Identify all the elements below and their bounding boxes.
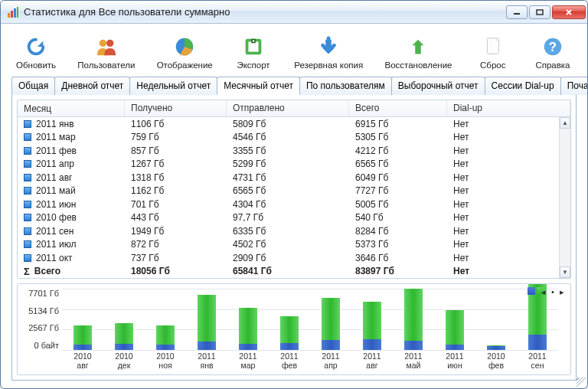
users-icon bbox=[94, 34, 119, 59]
cell-received: 759 Гб bbox=[125, 132, 227, 142]
month-icon bbox=[24, 187, 31, 194]
svg-rect-3 bbox=[17, 7, 18, 18]
month-icon bbox=[24, 133, 31, 141]
table-row[interactable]: 2011 апр1267 Гб5299 Гб6565 ГбНет bbox=[18, 158, 570, 172]
cell-received: 443 Гб bbox=[125, 212, 227, 223]
tab-general[interactable]: Общая bbox=[11, 77, 55, 95]
table-row[interactable]: 2011 авг1318 Гб4731 Гб6049 ГбНет bbox=[18, 171, 570, 185]
table-row[interactable]: 2010 фев443 Гб97,7 Гб540 ГбНет bbox=[18, 211, 570, 225]
table-row[interactable]: 2011 сен1949 Гб6335 Гб8284 ГбНет bbox=[18, 224, 570, 238]
tab-daily[interactable]: Дневной отчет bbox=[54, 77, 130, 95]
chart-nav[interactable]: ◂ • ▸ bbox=[541, 287, 566, 297]
table-row[interactable]: 2011 янв1106 Гб5809 Гб6915 ГбНет bbox=[18, 117, 570, 131]
svg-rect-5 bbox=[537, 10, 543, 15]
bar-group[interactable] bbox=[115, 323, 133, 350]
scroll-down-icon[interactable]: ▼ bbox=[560, 266, 570, 278]
help-icon: ? bbox=[541, 34, 565, 59]
cell-total-label: Всего bbox=[34, 266, 60, 276]
month-icon bbox=[24, 147, 31, 155]
cell-sent: 4546 Гб bbox=[227, 132, 349, 142]
scroll-up-icon[interactable]: ▲ bbox=[560, 117, 570, 129]
table-total-row[interactable]: ΣВсего18056 Гб65841 Гб83897 ГбНет bbox=[18, 265, 570, 279]
cell-received: 737 Гб bbox=[125, 253, 227, 263]
monthly-panel: Месяц Получено Отправлено Всего Dial-up … bbox=[11, 95, 577, 381]
refresh-button[interactable]: Обновить bbox=[13, 33, 59, 71]
tab-by-users[interactable]: По пользователям bbox=[299, 77, 392, 95]
tab-monthly[interactable]: Месячный отчет bbox=[217, 77, 300, 95]
table-row[interactable]: 2011 мар759 Гб4546 Гб5305 ГбНет bbox=[18, 131, 570, 145]
cell-month: 2010 фев bbox=[36, 212, 77, 223]
bar-group[interactable] bbox=[74, 325, 92, 350]
titlebar[interactable]: Статистика для Все пользователи суммарно bbox=[1, 1, 587, 24]
cell-total: 5005 Гб bbox=[349, 199, 447, 210]
bar-sent bbox=[74, 325, 92, 345]
data-table: Месяц Получено Отправлено Всего Dial-up … bbox=[17, 100, 571, 279]
tab-weekly[interactable]: Недельный отчет bbox=[129, 77, 217, 95]
x-tick: 2011 авг bbox=[363, 351, 381, 370]
x-tick: 2011 июн bbox=[446, 351, 463, 370]
bar-sent bbox=[446, 310, 464, 345]
restore-button[interactable]: Восстановление bbox=[381, 33, 455, 71]
backup-button[interactable]: Резервная копия bbox=[291, 33, 366, 71]
display-button[interactable]: Отображение bbox=[154, 33, 216, 71]
col-dialup[interactable]: Dial-up bbox=[447, 100, 570, 116]
tab-dialup-sessions[interactable]: Сессии Dial-up bbox=[485, 77, 561, 95]
bar-group[interactable] bbox=[446, 310, 464, 350]
bar-group[interactable] bbox=[198, 295, 216, 350]
app-window: Статистика для Все пользователи суммарно… bbox=[0, 0, 588, 389]
tab-bar: Общая Дневной отчет Недельный отчет Меся… bbox=[11, 76, 577, 95]
resize-grip[interactable] bbox=[577, 378, 586, 387]
col-received[interactable]: Получено bbox=[125, 100, 227, 116]
month-icon bbox=[24, 160, 31, 168]
cell-received: 701 Гб bbox=[125, 199, 227, 210]
col-sent[interactable]: Отправлено bbox=[227, 100, 349, 116]
table-row[interactable]: 2011 май1162 Гб6565 Гб7727 ГбНет bbox=[18, 185, 570, 198]
col-total[interactable]: Всего bbox=[349, 100, 447, 116]
bar-sent bbox=[239, 308, 257, 344]
cell-month: 2011 фев bbox=[36, 145, 77, 156]
users-button[interactable]: Пользователи bbox=[74, 33, 138, 71]
bar-group[interactable] bbox=[404, 289, 423, 350]
x-tick: 2010 авг bbox=[74, 351, 91, 370]
month-icon bbox=[24, 240, 31, 248]
minimize-button[interactable] bbox=[506, 5, 528, 19]
svg-rect-2 bbox=[14, 8, 16, 18]
month-icon bbox=[24, 201, 31, 208]
bar-group[interactable] bbox=[363, 302, 381, 350]
table-row[interactable]: 2011 июл872 Гб4502 Гб5373 ГбНет bbox=[18, 238, 570, 252]
bar-group[interactable] bbox=[322, 298, 340, 350]
cell-dialup: Нет bbox=[447, 253, 570, 263]
chart-y-axis: 7701 Гб5134 Гб2567 Гб0 байт bbox=[21, 289, 62, 350]
tab-hourly[interactable]: Почасовой отчет bbox=[560, 77, 588, 95]
tab-selective[interactable]: Выборочный отчет bbox=[391, 77, 485, 95]
chart-plot[interactable]: 2010 авг2010 дек2010 ноя2011 янв2011 мар… bbox=[62, 287, 566, 373]
table-row[interactable]: 2011 фев857 Гб3355 Гб4212 ГбНет bbox=[18, 144, 570, 158]
cell-sent: 6335 Гб bbox=[227, 226, 349, 237]
reset-button[interactable]: Сброс bbox=[471, 33, 515, 71]
bar-group[interactable] bbox=[239, 308, 257, 350]
cell-received: 1949 Гб bbox=[125, 226, 227, 237]
bar-group[interactable] bbox=[280, 316, 299, 350]
bar-received bbox=[404, 341, 423, 350]
bar-received bbox=[322, 340, 340, 350]
table-row[interactable]: 2011 окт737 Гб2909 Гб3646 ГбНет bbox=[18, 251, 570, 265]
maximize-button[interactable] bbox=[529, 5, 550, 19]
cell-sent: 2909 Гб bbox=[227, 253, 349, 263]
close-button[interactable] bbox=[552, 5, 586, 19]
export-label: Экспорт bbox=[237, 60, 270, 70]
bar-group[interactable] bbox=[156, 325, 175, 350]
export-button[interactable]: Экспорт bbox=[231, 33, 276, 71]
cell-received: 1106 Гб bbox=[125, 119, 227, 129]
vertical-scrollbar[interactable]: ▲ ▼ bbox=[559, 117, 570, 278]
display-icon bbox=[172, 34, 197, 59]
cell-sent: 97,7 Гб bbox=[227, 212, 349, 223]
cell-dialup: Нет bbox=[447, 212, 570, 223]
cell-sent: 4304 Гб bbox=[227, 199, 349, 210]
bar-group[interactable] bbox=[487, 345, 505, 350]
restore-icon bbox=[406, 34, 430, 59]
table-row[interactable]: 2011 июн701 Гб4304 Гб5005 ГбНет bbox=[18, 198, 570, 211]
month-icon bbox=[24, 254, 31, 262]
cell-total: 7727 Гб bbox=[349, 185, 447, 196]
col-month[interactable]: Месяц bbox=[18, 100, 125, 116]
help-button[interactable]: ? Справка bbox=[531, 33, 575, 71]
